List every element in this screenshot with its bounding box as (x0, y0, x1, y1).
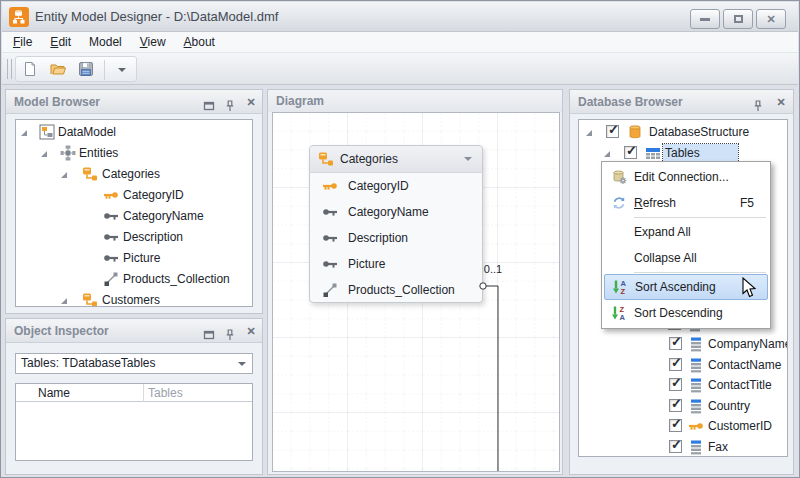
entity-card-categories[interactable]: Categories CategoryID CategoryName Descr… (309, 145, 483, 303)
tree-node-databasestructure[interactable]: DatabaseStructure (579, 122, 787, 143)
minimize-button[interactable] (690, 9, 720, 29)
minimize-icon (700, 18, 710, 21)
column-icon (688, 336, 704, 352)
checkbox-checked[interactable] (606, 125, 619, 138)
maximize-button[interactable] (723, 9, 753, 29)
key-gray-icon (322, 256, 338, 272)
entity-field-row[interactable]: CategoryID (310, 173, 482, 199)
close-icon: ✕ (776, 96, 785, 108)
title-bar[interactable]: Entity Model Designer - D:\DataModel.dmf… (2, 2, 798, 32)
app-window: Entity Model Designer - D:\DataModel.dmf… (0, 0, 800, 478)
toolbar (2, 53, 798, 85)
model-browser-header[interactable]: Model Browser ✕ (6, 90, 262, 114)
grid-column-divider[interactable] (143, 384, 144, 402)
panel-pin-button[interactable] (224, 96, 238, 109)
menu-file[interactable]: File (4, 32, 41, 53)
tree-node-categories[interactable]: Categories (16, 164, 252, 185)
tree-node-products-collection[interactable]: Products_Collection (16, 269, 252, 290)
tree-node-label: CompanyName (708, 337, 788, 351)
grid-header-row: Name Tables (16, 384, 252, 402)
checkbox-checked[interactable] (624, 146, 637, 159)
diagram-canvas[interactable]: Categories CategoryID CategoryName Descr… (272, 112, 560, 472)
checkbox-checked[interactable] (669, 337, 682, 350)
menu-item-sort-descending[interactable]: ZA Sort Descending (604, 300, 768, 326)
menu-item-collapse-all[interactable]: Collapse All (604, 245, 768, 271)
new-file-button[interactable] (18, 61, 42, 79)
key-gray-icon (103, 250, 119, 266)
menu-view[interactable]: View (131, 32, 175, 53)
expander-icon[interactable] (604, 151, 610, 157)
entity-field-row[interactable]: Products_Collection (310, 277, 482, 303)
toolbar-separator (104, 60, 105, 80)
database-browser-header[interactable]: Database Browser ✕ (570, 90, 793, 114)
menu-item-shortcut: F5 (740, 196, 754, 210)
chevron-down-icon (118, 68, 126, 72)
panel-maximize-button[interactable] (203, 96, 217, 109)
panel-close-button[interactable]: ✕ (244, 96, 258, 109)
tree-node-description[interactable]: Description (16, 227, 252, 248)
tree-node-picture[interactable]: Picture (16, 248, 252, 269)
checkbox-checked[interactable] (669, 378, 682, 391)
entity-card-header[interactable]: Categories (310, 146, 482, 173)
tree-node-contacttitle[interactable]: ContactTitle (579, 375, 787, 396)
tree-node-datamodel[interactable]: DataModel (16, 122, 252, 143)
checkbox-checked[interactable] (669, 358, 682, 371)
entity-field-row[interactable]: Picture (310, 251, 482, 277)
menu-item-edit-connection[interactable]: Edit Connection... (604, 164, 768, 190)
close-button[interactable]: ✕ (756, 9, 786, 29)
panel-maximize-button[interactable] (203, 325, 217, 338)
tree-node-fax[interactable]: Fax (579, 437, 787, 457)
table-icon (645, 145, 661, 161)
expander-icon[interactable] (586, 130, 592, 136)
close-icon: ✕ (246, 96, 255, 108)
tree-node-customers[interactable]: Customers (16, 290, 252, 307)
entity-field-label: Picture (348, 257, 385, 271)
save-button[interactable] (74, 61, 98, 79)
grid-column-tables[interactable]: Tables (148, 386, 183, 400)
expander-icon[interactable] (61, 298, 67, 304)
chevron-down-icon[interactable] (464, 157, 472, 161)
checkbox-checked[interactable] (669, 419, 682, 432)
expander-icon[interactable] (61, 172, 67, 178)
open-file-button[interactable] (46, 61, 70, 79)
object-selector-combobox[interactable]: Tables: TDatabaseTables (15, 353, 253, 374)
entity-field-row[interactable]: CategoryName (310, 199, 482, 225)
menu-edit[interactable]: Edit (41, 32, 80, 53)
tree-node-customerid[interactable]: CustomerID (579, 416, 787, 437)
menu-item-refresh[interactable]: Refresh F5 (604, 190, 768, 216)
menu-separator (634, 272, 766, 273)
panel-pin-button[interactable] (224, 325, 238, 338)
menu-model[interactable]: Model (80, 32, 131, 53)
tree-node-categoryid[interactable]: CategoryID (16, 185, 252, 206)
panel-pin-button[interactable] (752, 96, 766, 109)
tree-node-country[interactable]: Country (579, 396, 787, 417)
menu-about[interactable]: About (175, 32, 224, 53)
panel-close-button[interactable]: ✕ (774, 96, 788, 109)
tree-node-contactname[interactable]: ContactName (579, 355, 787, 376)
tree-node-entities[interactable]: Entities (16, 143, 252, 164)
object-inspector-header[interactable]: Object Inspector ✕ (6, 319, 262, 343)
entity-field-row[interactable]: Description (310, 225, 482, 251)
inspector-grid: Name Tables (15, 383, 253, 461)
database-gear-icon (604, 169, 634, 185)
key-orange-icon (688, 418, 704, 434)
key-orange-icon (103, 187, 119, 203)
tree-node-companyname[interactable]: CompanyName (579, 334, 787, 355)
tree-node-categoryname[interactable]: CategoryName (16, 206, 252, 227)
toolbar-dropdown-button[interactable] (110, 57, 134, 81)
expander-icon[interactable] (41, 151, 47, 157)
tree-node-label: CategoryID (123, 188, 184, 202)
menu-item-label: Refresh (634, 196, 740, 210)
grid-column-name[interactable]: Name (38, 386, 70, 400)
tree-node-label: Customers (102, 293, 160, 307)
expander-icon[interactable] (21, 130, 27, 136)
tree-node-label: Country (708, 399, 750, 413)
tree-node-label: DataModel (58, 125, 116, 139)
checkbox-checked[interactable] (669, 440, 682, 453)
toolbar-grip[interactable] (7, 59, 12, 79)
panel-close-button[interactable]: ✕ (244, 325, 258, 338)
sort-ascending-icon: AZ (605, 279, 635, 295)
checkbox-checked[interactable] (669, 399, 682, 412)
entity-field-label: CategoryID (348, 179, 409, 193)
menu-item-expand-all[interactable]: Expand All (604, 219, 768, 245)
